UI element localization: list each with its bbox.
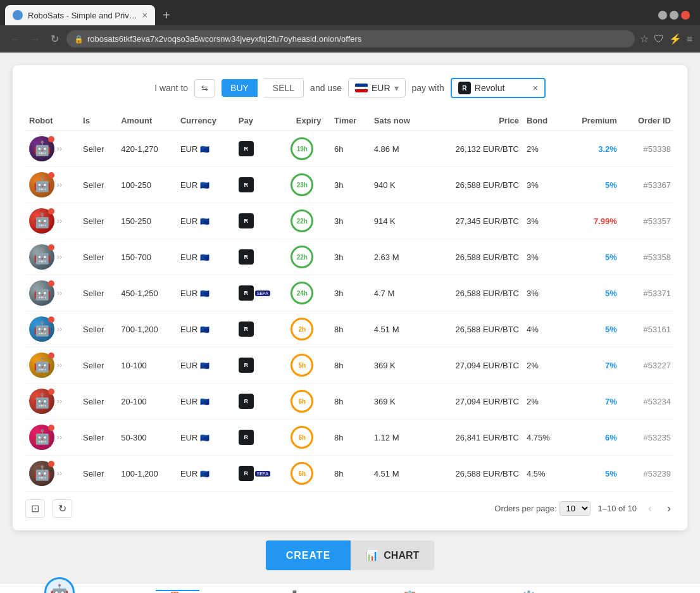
pay-cell: R	[235, 420, 287, 456]
pay-cell: RSEPA	[235, 275, 287, 311]
timer-cell: 8h	[330, 311, 370, 347]
pay-revolut-icon: R	[239, 213, 254, 228]
status-dot	[48, 389, 54, 395]
is-cell: Seller	[79, 420, 117, 456]
buy-button[interactable]: BUY	[222, 79, 258, 97]
extensions-icon[interactable]: ⚡	[669, 33, 682, 45]
price-cell: 27,094 EUR/BTC	[428, 384, 523, 420]
sats-now-cell: 369 K	[370, 347, 428, 384]
pay-revolut-icon: R	[239, 321, 254, 337]
premium-cell: 5%	[564, 275, 621, 311]
back-button[interactable]: ←	[8, 31, 23, 47]
expiry-cell: 6h	[287, 384, 330, 420]
payment-remove-button[interactable]: ×	[533, 83, 538, 93]
bond-cell: 3%	[523, 167, 564, 203]
settings-icon: ⚙️	[521, 590, 537, 593]
premium-cell: 5%	[564, 456, 621, 492]
maximize-button[interactable]	[670, 11, 678, 20]
active-tab[interactable]: RoboSats - Simple and Priv… ×	[5, 5, 155, 25]
timer-cell: 6h	[330, 131, 370, 167]
expand-button[interactable]: ⊡	[25, 499, 45, 518]
browser-chrome: RoboSats - Simple and Priv… × + ← → ↻ 🔒 …	[0, 0, 700, 53]
filter-bar: I want to ⇆ BUY SELL and use EUR ▾ pay w…	[25, 78, 675, 98]
table-row[interactable]: 🤖 ›› Seller 700-1,200 EUR 🇪🇺 R 2h 8h 4.5…	[25, 311, 675, 347]
amount-cell: 20-100	[117, 384, 177, 420]
expiry-timer: 19h	[291, 137, 313, 160]
table-row[interactable]: 🤖 ›› Seller 150-250 EUR 🇪🇺 R 22h 3h 914 …	[25, 203, 675, 239]
new-tab-button[interactable]: +	[158, 6, 175, 25]
currency-select[interactable]: EUR ▾	[348, 78, 406, 97]
nav-item-more[interactable]: ··· MORE	[627, 590, 663, 593]
robot-cell: 🤖 ››	[25, 347, 79, 384]
bond-cell: 4%	[523, 311, 564, 347]
amount-cell: 50-300	[117, 420, 177, 456]
chart-button[interactable]: 📊 CHART	[351, 540, 434, 570]
table-row[interactable]: 🤖 ›› Seller 100-1,200 EUR 🇪🇺 RSEPA 6h 8h…	[25, 456, 675, 492]
swap-button[interactable]: ⇆	[194, 79, 215, 97]
sell-button[interactable]: SELL	[264, 78, 304, 97]
nav-item-robot[interactable]: 🤖 ROBOT	[37, 590, 82, 593]
order-id-cell: #53161	[621, 311, 675, 347]
create-button[interactable]: CREATE	[266, 540, 351, 570]
table-row[interactable]: 🤖 ›› Seller 420-1,270 EUR 🇪🇺 R 19h 6h 4.…	[25, 131, 675, 167]
timer-cell: 8h	[330, 420, 370, 456]
col-premium: Premium	[564, 111, 621, 131]
expiry-cell: 22h	[287, 203, 330, 239]
forward-button[interactable]: →	[28, 31, 43, 47]
close-button[interactable]	[681, 11, 690, 20]
col-pay: Pay	[235, 111, 287, 131]
bookmark-icon[interactable]: ☆	[640, 33, 649, 45]
table-row[interactable]: 🤖 ›› Seller 450-1,250 EUR 🇪🇺 RSEPA 24h 3…	[25, 275, 675, 311]
table-body: 🤖 ›› Seller 420-1,270 EUR 🇪🇺 R 19h 6h 4.…	[25, 131, 675, 492]
status-dot	[48, 208, 54, 215]
table-row[interactable]: 🤖 ›› Seller 20-100 EUR 🇪🇺 R 6h 8h 369 K …	[25, 384, 675, 420]
payment-method-field[interactable]: R Revolut ×	[451, 78, 546, 98]
order-id-cell: #53234	[621, 384, 675, 420]
url-bar[interactable]: 🔒 robosats6tkf3eva7x2voqso3a5wcorsnw34jv…	[66, 30, 635, 47]
refresh-button[interactable]: ↻	[53, 499, 72, 518]
table-row[interactable]: 🤖 ›› Seller 50-300 EUR 🇪🇺 R 6h 8h 1.12 M…	[25, 420, 675, 456]
bond-cell: 4.5%	[523, 456, 564, 492]
table-row[interactable]: 🤖 ›› Seller 10-100 EUR 🇪🇺 R 5h 8h 369 K …	[25, 347, 675, 384]
chevron-right-icon: ››	[57, 397, 62, 406]
next-page-button[interactable]: ›	[663, 501, 675, 516]
menu-icon[interactable]: ≡	[687, 34, 692, 45]
currency-cell: EUR 🇪🇺	[177, 203, 235, 239]
pay-sepa-icon: SEPA	[255, 471, 270, 477]
order-icon: 📋	[402, 590, 418, 593]
table-row[interactable]: 🤖 ›› Seller 100-250 EUR 🇪🇺 R 23h 3h 940 …	[25, 167, 675, 203]
premium-cell: 5%	[564, 311, 621, 347]
tab-bar: RoboSats - Simple and Priv… × +	[0, 0, 700, 25]
expiry-timer: 5h	[291, 354, 313, 377]
sats-now-cell: 4.51 M	[370, 456, 428, 492]
premium-cell: 3.2%	[564, 131, 621, 167]
col-robot: Robot	[25, 111, 79, 131]
robot-cell: 🤖 ››	[25, 131, 79, 167]
expiry-timer: 6h	[291, 462, 313, 485]
shield-icon[interactable]: 🛡	[654, 34, 664, 45]
nav-item-order[interactable]: 📋 ORDER	[389, 590, 430, 593]
eur-flag-icon	[355, 84, 368, 92]
table-row[interactable]: 🤖 ›› Seller 150-700 EUR 🇪🇺 R 22h 3h 2.63…	[25, 239, 675, 275]
payment-method-text: Revolut	[475, 83, 504, 93]
nav-item-create[interactable]: ➕ CREATE	[273, 590, 316, 593]
price-cell: 26,588 EUR/BTC	[428, 275, 523, 311]
currency-cell: EUR 🇪🇺	[177, 167, 235, 203]
is-cell: Seller	[79, 203, 117, 239]
prev-page-button[interactable]: ‹	[644, 501, 656, 516]
nav-item-settings[interactable]: ⚙️ SETTINGS	[504, 590, 554, 593]
expiry-cell: 2h	[287, 311, 330, 347]
refresh-nav-button[interactable]: ↻	[48, 30, 61, 47]
pay-revolut-icon: R	[239, 466, 254, 481]
sats-now-cell: 2.63 M	[370, 239, 428, 275]
order-id-cell: #53235	[621, 420, 675, 456]
per-page-dropdown[interactable]: 10 25 50	[559, 501, 591, 516]
minimize-button[interactable]	[658, 11, 667, 20]
lock-icon: 🔒	[74, 35, 84, 44]
currency-cell: EUR 🇪🇺	[177, 311, 235, 347]
expiry-cell: 19h	[287, 131, 330, 167]
more-icon: ···	[640, 590, 651, 593]
nav-item-offers[interactable]: 🏪 OFFERS	[156, 590, 199, 593]
tab-close-button[interactable]: ×	[142, 10, 147, 20]
toolbar-icons: ☆ 🛡 ⚡ ≡	[640, 33, 692, 45]
